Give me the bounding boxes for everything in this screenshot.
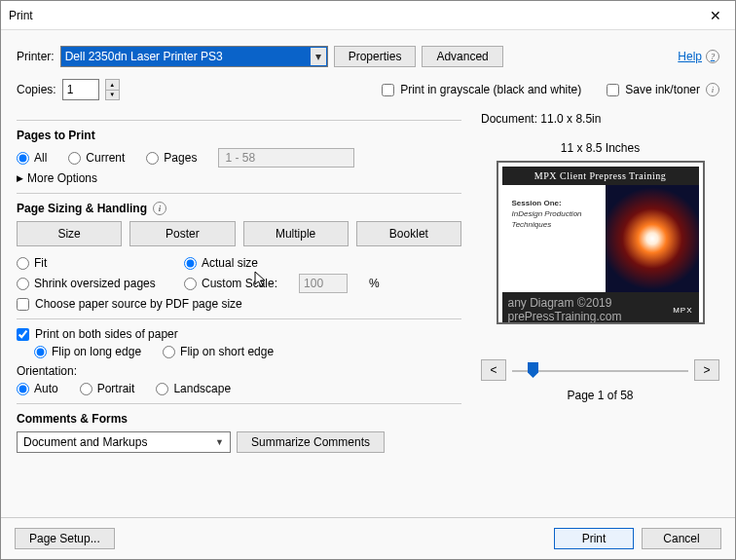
- dropdown-arrow-icon: ▾: [311, 48, 326, 65]
- summarize-comments-button[interactable]: Summarize Comments: [237, 431, 385, 453]
- tab-size[interactable]: Size: [17, 221, 122, 246]
- grayscale-checkbox[interactable]: Print in grayscale (black and white): [382, 83, 581, 96]
- preview-slider[interactable]: [512, 359, 688, 381]
- printer-label: Printer:: [17, 50, 55, 63]
- printer-select[interactable]: Dell 2350dn Laser Printer PS3 ▾: [60, 46, 328, 67]
- flip-short-radio[interactable]: Flip on short edge: [163, 345, 274, 358]
- page-indicator: Page 1 of 58: [481, 389, 719, 402]
- spinner-down-icon[interactable]: ▼: [106, 91, 119, 100]
- copies-spinner[interactable]: ▲ ▼: [105, 79, 120, 100]
- print-button[interactable]: Print: [554, 528, 634, 549]
- orient-auto-radio[interactable]: Auto: [17, 382, 58, 395]
- pages-range-input[interactable]: [218, 148, 354, 168]
- comments-heading: Comments & Forms: [17, 412, 461, 426]
- slider-thumb[interactable]: [528, 362, 538, 378]
- help-icon: ?: [706, 50, 719, 63]
- pages-all-radio[interactable]: All: [17, 151, 47, 165]
- spinner-up-icon[interactable]: ▲: [106, 80, 119, 91]
- printer-selected: Dell 2350dn Laser Printer PS3: [65, 50, 223, 63]
- slide-title: MPX Client Prepress Training: [502, 167, 699, 185]
- window-title: Print: [9, 9, 33, 22]
- pages-heading: Pages to Print: [17, 129, 461, 142]
- print-preview: MPX Client Prepress Training Session One…: [497, 161, 705, 324]
- copies-label: Copies:: [17, 83, 56, 96]
- properties-button[interactable]: Properties: [334, 46, 417, 67]
- sizing-heading: Page Sizing & Handling i: [17, 202, 461, 215]
- page-dimensions: 11 x 8.5 Inches: [481, 141, 719, 155]
- saveink-checkbox[interactable]: Save ink/toner: [607, 83, 700, 96]
- preview-next-button[interactable]: >: [694, 359, 719, 381]
- more-options-toggle[interactable]: ▶ More Options: [17, 171, 461, 185]
- advanced-button[interactable]: Advanced: [422, 46, 502, 67]
- custom-scale-radio[interactable]: Custom Scale:: [184, 277, 277, 290]
- saveink-info-icon[interactable]: i: [706, 83, 719, 96]
- slide-session: Session One:: [512, 199, 606, 207]
- tab-poster[interactable]: Poster: [129, 221, 235, 246]
- close-button[interactable]: ✕: [704, 8, 727, 23]
- sizing-info-icon[interactable]: i: [153, 202, 166, 215]
- both-sides-checkbox[interactable]: Print on both sides of paper: [17, 327, 461, 341]
- orient-portrait-radio[interactable]: Portrait: [80, 382, 135, 395]
- tab-booklet[interactable]: Booklet: [356, 221, 461, 246]
- choose-source-checkbox[interactable]: Choose paper source by PDF page size: [17, 297, 461, 311]
- mpx-logo: MPX: [673, 306, 692, 315]
- pages-pages-radio[interactable]: Pages: [146, 151, 197, 165]
- orient-landscape-radio[interactable]: Landscape: [156, 382, 231, 395]
- triangle-right-icon: ▶: [17, 173, 23, 183]
- preview-prev-button[interactable]: <: [481, 359, 506, 381]
- slide-graphic: [606, 185, 699, 292]
- titlebar: Print ✕: [1, 1, 735, 30]
- flip-long-radio[interactable]: Flip on long edge: [34, 345, 141, 358]
- page-setup-button[interactable]: Page Setup...: [15, 528, 115, 549]
- fit-radio[interactable]: Fit: [17, 256, 163, 270]
- copies-input[interactable]: [62, 79, 99, 100]
- percent-label: %: [369, 277, 380, 290]
- tab-multiple[interactable]: Multiple: [243, 221, 349, 246]
- chevron-down-icon: ▼: [215, 437, 224, 447]
- slide-sub1: InDesign Production: [512, 209, 606, 218]
- actual-size-radio[interactable]: Actual size: [184, 256, 258, 270]
- cancel-button[interactable]: Cancel: [642, 528, 721, 549]
- pages-current-radio[interactable]: Current: [68, 151, 125, 165]
- comments-select[interactable]: Document and Markups ▼: [17, 431, 231, 453]
- help-link[interactable]: Help ?: [678, 50, 719, 63]
- slide-sub2: Techniques: [512, 220, 606, 229]
- orientation-label: Orientation:: [17, 364, 461, 378]
- document-dimensions: Document: 11.0 x 8.5in: [481, 112, 719, 126]
- slide-footer-text: any Diagram ©2019 prePressTraining.com: [508, 296, 674, 323]
- shrink-radio[interactable]: Shrink oversized pages: [17, 277, 163, 290]
- custom-scale-input[interactable]: [299, 274, 348, 293]
